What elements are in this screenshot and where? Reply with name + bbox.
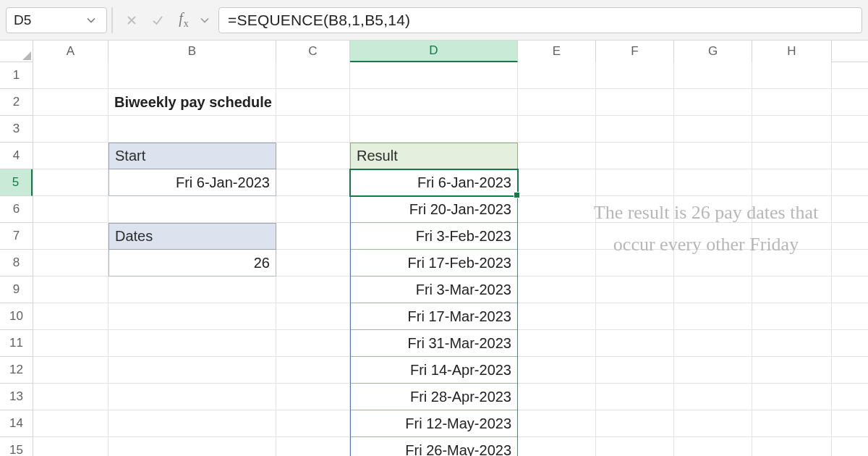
chevron-down-icon[interactable] bbox=[83, 12, 99, 28]
row-header-10[interactable]: 10 bbox=[0, 303, 33, 330]
column-headers: A B C D E F G H bbox=[0, 41, 868, 62]
col-header-A[interactable]: A bbox=[33, 41, 109, 62]
row-header-9[interactable]: 9 bbox=[0, 276, 33, 303]
title: Biweekly pay schedule bbox=[109, 89, 362, 116]
start-value[interactable]: Fri 6-Jan-2023 bbox=[109, 169, 276, 196]
col-header-H[interactable]: H bbox=[752, 41, 832, 62]
col-header-B[interactable]: B bbox=[109, 41, 276, 62]
col-header-G[interactable]: G bbox=[674, 41, 752, 62]
row-header-14[interactable]: 14 bbox=[0, 410, 33, 437]
col-header-D[interactable]: D bbox=[350, 41, 518, 62]
row-header-11[interactable]: 11 bbox=[0, 330, 33, 357]
result-row[interactable]: Fri 14-Apr-2023 bbox=[350, 357, 518, 384]
grid-body: 123456789101112131415 Biweekly pay sched… bbox=[0, 62, 868, 456]
result-row[interactable]: Fri 6-Jan-2023 bbox=[350, 169, 518, 196]
annotation-text: The result is 26 pay dates that occur ev… bbox=[576, 197, 836, 261]
row-header-5[interactable]: 5 bbox=[0, 169, 33, 196]
result-row[interactable]: Fri 3-Mar-2023 bbox=[350, 276, 518, 303]
row-header-1[interactable]: 1 bbox=[0, 62, 33, 89]
enter-icon[interactable] bbox=[146, 9, 169, 32]
cancel-icon[interactable] bbox=[120, 9, 143, 32]
result-row[interactable]: Fri 17-Feb-2023 bbox=[350, 250, 518, 276]
row-headers: 123456789101112131415 bbox=[0, 62, 33, 456]
row-header-15[interactable]: 15 bbox=[0, 437, 33, 456]
result-row[interactable]: Fri 28-Apr-2023 bbox=[350, 384, 518, 410]
separator bbox=[111, 7, 113, 33]
row-header-4[interactable]: 4 bbox=[0, 143, 33, 169]
insert-function-icon[interactable]: fx bbox=[172, 9, 195, 32]
col-header-C[interactable]: C bbox=[276, 41, 350, 62]
result-row[interactable]: Fri 3-Feb-2023 bbox=[350, 223, 518, 250]
spreadsheet-grid: A B C D E F G H 123456789101112131415 Bi… bbox=[0, 41, 868, 456]
formula-input[interactable]: =SEQUENCE(B8,1,B5,14) bbox=[218, 7, 862, 33]
row-header-6[interactable]: 6 bbox=[0, 196, 33, 223]
result-row[interactable]: Fri 31-Mar-2023 bbox=[350, 330, 518, 357]
name-box[interactable]: D5 bbox=[6, 7, 107, 33]
formula-text: =SEQUENCE(B8,1,B5,14) bbox=[228, 12, 410, 29]
result-header: Result bbox=[350, 143, 518, 169]
result-row[interactable]: Fri 17-Mar-2023 bbox=[350, 303, 518, 330]
row-header-8[interactable]: 8 bbox=[0, 250, 33, 276]
result-row[interactable]: Fri 12-May-2023 bbox=[350, 410, 518, 437]
row-header-7[interactable]: 7 bbox=[0, 223, 33, 250]
formula-bar: D5 fx =SEQUENCE(B8,1,B5,14) bbox=[0, 0, 868, 41]
select-all-corner[interactable] bbox=[0, 41, 33, 62]
col-header-E[interactable]: E bbox=[518, 41, 596, 62]
row-header-3[interactable]: 3 bbox=[0, 116, 33, 143]
formula-bar-controls: fx bbox=[117, 9, 214, 32]
dates-value[interactable]: 26 bbox=[109, 250, 276, 276]
result-row[interactable]: Fri 26-May-2023 bbox=[350, 437, 518, 456]
row-header-2[interactable]: 2 bbox=[0, 89, 33, 116]
dates-header: Dates bbox=[109, 223, 276, 250]
name-box-value: D5 bbox=[14, 12, 31, 28]
row-header-13[interactable]: 13 bbox=[0, 384, 33, 410]
row-header-12[interactable]: 12 bbox=[0, 357, 33, 384]
cells-area[interactable]: Biweekly pay schedule Start Fri 6-Jan-20… bbox=[33, 62, 868, 456]
col-header-F[interactable]: F bbox=[596, 41, 674, 62]
start-header: Start bbox=[109, 143, 276, 169]
result-row[interactable]: Fri 20-Jan-2023 bbox=[350, 196, 518, 223]
chevron-down-icon[interactable] bbox=[198, 9, 211, 32]
